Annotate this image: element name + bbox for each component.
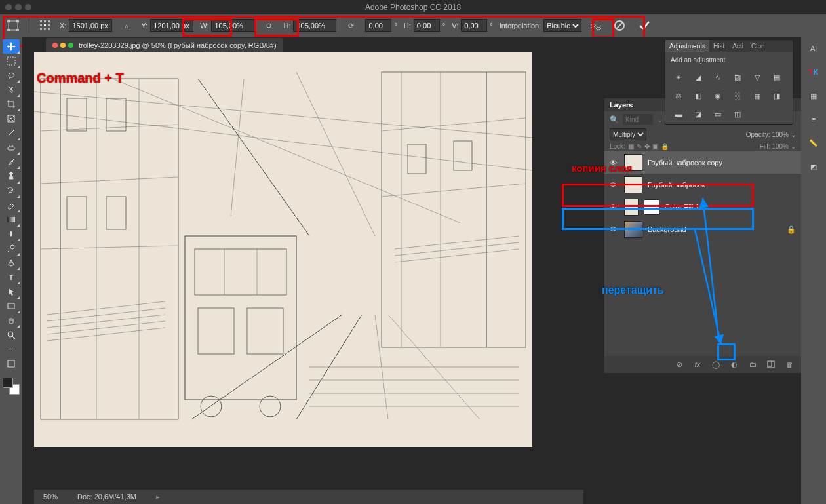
layer-row-3[interactable]: 👁 Background 🔒 bbox=[604, 218, 801, 241]
skew-v-input[interactable] bbox=[461, 19, 487, 32]
tk-panel-icon[interactable]: TK bbox=[806, 64, 821, 80]
selective-icon[interactable]: ◫ bbox=[731, 108, 744, 120]
angle-input[interactable] bbox=[365, 19, 391, 32]
marquee-tool[interactable] bbox=[3, 54, 20, 68]
visibility-icon[interactable]: 👁 bbox=[610, 159, 619, 166]
visibility-icon[interactable]: 👁 bbox=[610, 225, 619, 233]
lut-icon[interactable]: ▦ bbox=[751, 90, 764, 102]
x-input[interactable] bbox=[69, 19, 112, 32]
hand-tool[interactable] bbox=[3, 313, 20, 328]
frame-tool[interactable] bbox=[3, 111, 20, 126]
layer-filter-input[interactable] bbox=[623, 114, 653, 125]
add-mask-icon[interactable]: ◯ bbox=[711, 359, 721, 370]
brightness-icon[interactable]: ☀ bbox=[672, 71, 685, 83]
tab-actions[interactable]: Acti bbox=[728, 40, 747, 52]
w-input[interactable] bbox=[211, 19, 254, 32]
skew-h-input[interactable] bbox=[414, 19, 440, 32]
commit-transform-button[interactable] bbox=[635, 16, 654, 35]
mixer-icon[interactable]: ░ bbox=[731, 90, 744, 102]
warp-mode-icon[interactable] bbox=[588, 18, 604, 33]
character-panel-icon[interactable]: A| bbox=[806, 41, 821, 56]
brush-tool[interactable] bbox=[3, 155, 20, 169]
edit-toolbar-icon[interactable] bbox=[3, 357, 20, 371]
lock-pixels-icon[interactable]: ✎ bbox=[637, 143, 642, 150]
maximize-window-icon[interactable] bbox=[25, 4, 31, 10]
lock-all-icon[interactable]: 🔒 bbox=[661, 143, 669, 150]
vibrance-icon[interactable]: ▽ bbox=[751, 71, 764, 83]
tab-history[interactable]: Hist bbox=[709, 40, 728, 52]
delta-icon[interactable]: ▵ bbox=[119, 18, 134, 33]
tab-clone[interactable]: Clon bbox=[747, 40, 769, 52]
path-select-tool[interactable] bbox=[3, 284, 20, 299]
eyedropper-tool[interactable] bbox=[3, 126, 20, 140]
opacity-value[interactable]: 100% bbox=[772, 131, 789, 138]
blend-mode-select[interactable]: Multiply bbox=[610, 128, 646, 140]
balance-icon[interactable]: ⚖ bbox=[672, 90, 685, 102]
dodge-tool[interactable] bbox=[3, 241, 20, 256]
group-icon[interactable]: 🗀 bbox=[747, 359, 758, 370]
color-swatch[interactable] bbox=[3, 378, 20, 395]
lock-artboard-icon[interactable]: ▣ bbox=[652, 143, 658, 150]
close-icon[interactable] bbox=[52, 43, 58, 48]
reference-point-icon[interactable] bbox=[37, 18, 53, 33]
minimize-window-icon[interactable] bbox=[15, 4, 22, 10]
ruler-panel-icon[interactable]: 📏 bbox=[806, 135, 821, 151]
clone-stamp-tool[interactable] bbox=[3, 169, 20, 184]
new-layer-icon[interactable] bbox=[766, 359, 776, 370]
gradient-map-icon[interactable]: ▭ bbox=[711, 108, 724, 120]
zoom-icon[interactable] bbox=[68, 43, 73, 48]
swatches-panel-icon[interactable]: ▦ bbox=[806, 88, 821, 104]
invert-icon[interactable]: ◨ bbox=[770, 90, 783, 102]
layers-tab[interactable]: Layers bbox=[610, 101, 633, 109]
gradient-tool[interactable] bbox=[3, 212, 20, 227]
zoom-level[interactable]: 50% bbox=[43, 493, 58, 501]
fill-value[interactable]: 100% bbox=[772, 143, 789, 150]
window-controls[interactable] bbox=[5, 4, 31, 10]
move-tool[interactable] bbox=[3, 39, 20, 54]
blur-tool[interactable] bbox=[3, 227, 20, 241]
lasso-tool[interactable] bbox=[3, 68, 20, 83]
minimize-icon[interactable] bbox=[60, 43, 66, 48]
delete-layer-icon[interactable]: 🗑 bbox=[784, 359, 795, 370]
crop-tool[interactable] bbox=[3, 97, 20, 111]
pen-tool[interactable] bbox=[3, 256, 20, 270]
layer-fx-icon[interactable]: fx bbox=[692, 359, 703, 370]
lock-trans-icon[interactable]: ▦ bbox=[628, 143, 634, 150]
curves-icon[interactable]: ∿ bbox=[711, 71, 724, 83]
lock-position-icon[interactable]: ✥ bbox=[644, 143, 650, 150]
adjustment-layer-icon[interactable]: ◐ bbox=[729, 359, 739, 370]
photo-filter-icon[interactable]: ◉ bbox=[711, 90, 724, 102]
hue-icon[interactable]: ▤ bbox=[770, 71, 783, 83]
exposure-icon[interactable]: ▨ bbox=[731, 71, 744, 83]
levels-icon[interactable]: ◢ bbox=[692, 71, 705, 83]
cancel-transform-button[interactable] bbox=[610, 16, 629, 35]
document-tab[interactable]: trolley-2203329.jpg @ 50% (Грубый наброс… bbox=[46, 38, 283, 52]
h-input[interactable] bbox=[293, 19, 336, 32]
visibility-icon[interactable]: 👁 bbox=[610, 181, 619, 189]
quick-select-tool[interactable] bbox=[3, 83, 20, 97]
posterize-icon[interactable]: ▬ bbox=[672, 108, 685, 120]
visibility-icon[interactable]: 👁 bbox=[610, 203, 619, 211]
layer-row-2[interactable]: 👁 Color Fill 1 bbox=[604, 196, 801, 218]
toolbar-more-icon[interactable]: ⋯ bbox=[3, 342, 20, 357]
type-tool[interactable]: T bbox=[3, 270, 20, 284]
y-input[interactable] bbox=[150, 19, 193, 32]
link-wh-icon[interactable] bbox=[261, 18, 277, 33]
link-layers-icon[interactable]: ⊘ bbox=[674, 359, 684, 370]
tools-panel-icon[interactable]: ◩ bbox=[806, 159, 821, 174]
zoom-tool[interactable] bbox=[3, 328, 20, 342]
tab-adjustments[interactable]: Adjustments bbox=[665, 40, 709, 52]
threshold-icon[interactable]: ◪ bbox=[692, 108, 705, 120]
bw-icon[interactable]: ◧ bbox=[692, 90, 705, 102]
layer-row-1[interactable]: 👁 Грубый набросок bbox=[604, 174, 801, 196]
svg-rect-7 bbox=[48, 20, 50, 22]
close-window-icon[interactable] bbox=[5, 4, 12, 10]
history-brush-tool[interactable] bbox=[3, 184, 20, 198]
rectangle-tool[interactable] bbox=[3, 299, 20, 313]
eraser-tool[interactable] bbox=[3, 198, 20, 212]
healing-tool[interactable] bbox=[3, 140, 20, 155]
canvas[interactable] bbox=[34, 52, 532, 447]
interpolation-select[interactable]: Bicubic bbox=[543, 19, 581, 32]
layer-row-0[interactable]: 👁 Грубый набросок copy bbox=[604, 151, 801, 174]
align-panel-icon[interactable]: ≡ bbox=[806, 111, 821, 127]
